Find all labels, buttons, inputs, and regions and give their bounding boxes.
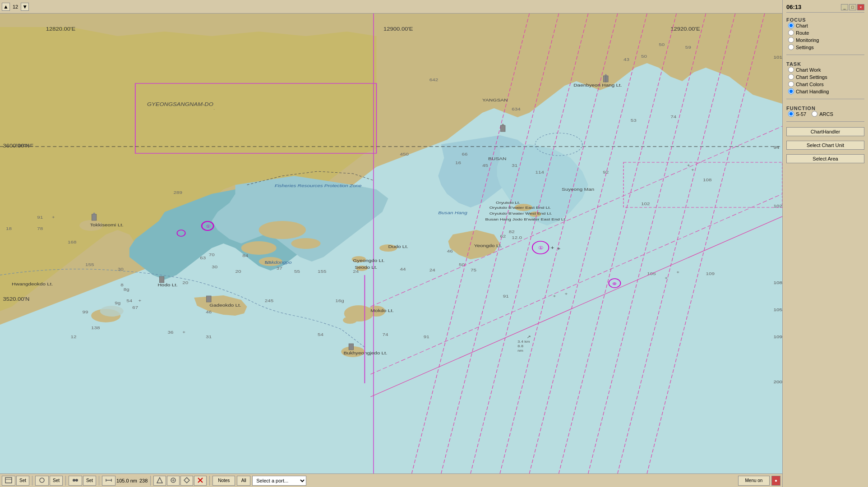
power-btn[interactable]: ●	[771, 476, 780, 486]
svg-text:Busan Hang Jodo B'water East E: Busan Hang Jodo B'water East End Lt.	[485, 217, 567, 221]
svg-text:138: 138	[91, 326, 100, 330]
focus-route[interactable]: Route	[788, 30, 864, 36]
divider-3	[786, 121, 864, 122]
nav-btn-4[interactable]	[194, 476, 207, 486]
svg-text:Tokkiseomi Lt.: Tokkiseomi Lt.	[90, 223, 123, 227]
svg-rect-150	[207, 296, 211, 302]
port-select[interactable]: Select a port...	[252, 476, 306, 486]
svg-text:84: 84	[242, 253, 248, 257]
svg-text:155: 155	[318, 269, 327, 273]
task-chartwork-label: Chart Work	[796, 67, 821, 73]
svg-text:12: 12	[70, 335, 76, 339]
svg-marker-178	[184, 478, 189, 483]
svg-text:634: 634	[512, 107, 521, 111]
svg-text:70: 70	[209, 253, 215, 257]
window-minimize-btn[interactable]: _	[841, 4, 848, 10]
svg-text:Bukhyeongjedo Lt.: Bukhyeongjedo Lt.	[343, 351, 387, 355]
svg-text:Seodo Lt.: Seodo Lt.	[355, 265, 377, 269]
task-section: TASK Chart Work Chart Settings Chart Col…	[786, 60, 864, 94]
svg-text:16: 16	[455, 161, 461, 165]
nav-btn-3[interactable]	[180, 476, 193, 486]
toolbar-btn-3a[interactable]	[69, 476, 82, 486]
svg-text:50: 50	[459, 262, 465, 266]
right-panel: 06:13 _ □ × FOCUS Chart Route	[782, 0, 868, 487]
focus-chart[interactable]: Chart	[788, 23, 864, 28]
window-maximize-btn[interactable]: □	[849, 4, 856, 10]
svg-text:31: 31	[206, 335, 212, 339]
set-btn-3[interactable]: Set	[83, 476, 96, 486]
svg-text:Mokdo Lt.: Mokdo Lt.	[370, 308, 393, 312]
task-chartcolors-label: Chart Colors	[796, 82, 824, 87]
svg-text:53: 53	[631, 118, 637, 122]
all-btn[interactable]: All	[237, 476, 250, 486]
select-area-btn[interactable]: Select Area	[786, 154, 864, 163]
svg-text:12820.00'E: 12820.00'E	[46, 27, 76, 32]
svg-rect-147	[92, 214, 96, 221]
svg-text:30: 30	[212, 265, 217, 269]
svg-text:43: 43	[623, 57, 629, 61]
svg-rect-145	[500, 125, 505, 132]
nav-btn-2[interactable]	[167, 476, 180, 486]
focus-settings[interactable]: Settings	[788, 44, 864, 50]
task-chartcolors[interactable]: Chart Colors	[788, 81, 864, 87]
svg-text:36: 36	[168, 330, 174, 334]
task-chartwork[interactable]: Chart Work	[788, 67, 864, 73]
svg-text:44: 44	[400, 267, 406, 271]
set-btn-2[interactable]: Set	[50, 476, 63, 486]
function-title: FUNCTION	[786, 106, 864, 111]
svg-text:↗: ↗	[526, 335, 531, 339]
zoom-down-btn[interactable]: ▼	[21, 3, 29, 11]
svg-text:37: 37	[277, 266, 282, 270]
map-svg[interactable]: 12820.00'E 12900.00'E 12920.00'E 3600.00…	[0, 14, 782, 473]
focus-route-label: Route	[796, 30, 809, 36]
function-s57[interactable]: S-57	[788, 111, 806, 117]
distance-btn[interactable]	[102, 476, 115, 486]
task-charthandling-label: Chart Handling	[796, 89, 829, 94]
menu-on-btn[interactable]: Menu on	[738, 476, 770, 486]
notes-btn[interactable]: Notes	[212, 476, 235, 486]
svg-text:54: 54	[318, 332, 323, 336]
svg-text:75: 75	[471, 268, 476, 272]
svg-point-4	[291, 238, 320, 249]
function-arcs[interactable]: ARCS	[812, 111, 833, 117]
select-chart-unit-btn[interactable]: Select Chart Unit	[786, 141, 864, 150]
svg-text:+: +	[182, 330, 185, 334]
task-charthandling[interactable]: Chart Handling	[788, 88, 864, 94]
svg-text:114: 114	[535, 170, 544, 174]
svg-text:Dudo Lt.: Dudo Lt.	[388, 244, 408, 248]
svg-text:108: 108	[703, 178, 712, 182]
zoom-up-btn[interactable]: ▲	[2, 3, 10, 11]
distance-value: 105.0 nm	[116, 478, 137, 483]
svg-text:155: 155	[85, 262, 94, 266]
set-btn-1[interactable]: Set	[16, 476, 29, 486]
svg-text:Gadeokdo Lt.: Gadeokdo Lt.	[209, 303, 241, 307]
svg-text:12900.00'E: 12900.00'E	[383, 27, 413, 32]
focus-monitoring[interactable]: Monitoring	[788, 37, 864, 43]
function-section: FUNCTION S-57 ARCS	[786, 104, 864, 117]
toolbar-btn-2a[interactable]	[35, 476, 49, 486]
svg-text:Suyeong Man: Suyeong Man	[562, 187, 594, 191]
toolbar-btn-1a[interactable]	[2, 476, 15, 486]
svg-text:109: 109	[706, 271, 715, 276]
svg-text:Daenbyeon Hang Lt.: Daenbyeon Hang Lt.	[573, 83, 622, 87]
svg-point-168	[40, 478, 44, 482]
svg-text:31: 31	[512, 163, 517, 167]
svg-text:+: +	[691, 168, 694, 172]
svg-text:8g: 8g	[124, 287, 129, 291]
nav-btn-1[interactable]	[153, 476, 166, 486]
svg-text:BUSAN: BUSAN	[488, 156, 506, 161]
window-close-btn[interactable]: ×	[857, 4, 864, 10]
svg-text:Oryukdo B'water West End Lt.: Oryukdo B'water West End Lt.	[489, 211, 552, 216]
svg-point-170	[75, 479, 78, 482]
svg-text:66: 66	[462, 152, 467, 156]
toolbar-group-distance: 105.0 nm 238	[102, 476, 151, 486]
task-chartsettings[interactable]: Chart Settings	[788, 74, 864, 80]
svg-text:Fisheries Resources Protection: Fisheries Resources Protection Zone	[275, 184, 362, 188]
toolbar-group-3: Set	[69, 476, 99, 486]
chart-handler-btn[interactable]: ChartHandler	[786, 127, 864, 136]
svg-text:18: 18	[6, 226, 12, 230]
svg-text:Nakdongpo: Nakdongpo	[265, 260, 292, 264]
divider-2	[786, 99, 864, 99]
svg-text:Yeongdo Lt.: Yeongdo Lt.	[474, 244, 502, 248]
svg-point-13	[343, 317, 357, 324]
